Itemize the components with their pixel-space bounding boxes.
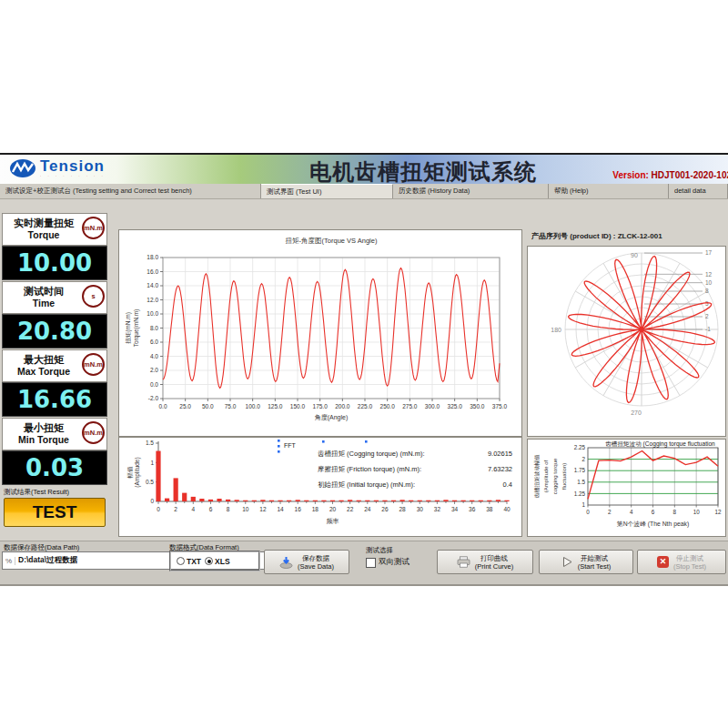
svg-text:扭矩-角度图(Torque VS Angle): 扭矩-角度图(Torque VS Angle): [286, 237, 378, 245]
svg-text:22: 22: [347, 506, 354, 512]
radio-xls-icon[interactable]: [205, 557, 213, 565]
svg-text:6: 6: [652, 509, 655, 515]
svg-text:17: 17: [705, 249, 713, 256]
cogging-torque-row: 齿槽扭矩 (Cogging torque) (mN.m): 9.02615: [318, 450, 512, 459]
test-result-label: 测试结果(Test Result): [4, 488, 69, 497]
meter-label-zh: 测试时间: [3, 285, 85, 298]
tension-logo-icon: [9, 158, 36, 178]
max-torque-display: 16.66: [2, 382, 107, 417]
torque-angle-chart: -2.00.02.04.06.08.010.012.014.016.018.00…: [119, 230, 521, 436]
svg-text:2.0: 2.0: [150, 367, 158, 373]
meter-label-en: Min Torque: [3, 434, 85, 446]
svg-text:12: 12: [705, 271, 713, 278]
radio-txt-icon[interactable]: [177, 557, 185, 565]
tab-detail-data[interactable]: detail data: [669, 184, 728, 198]
svg-text:1: 1: [581, 501, 585, 508]
svg-text:8.0: 8.0: [150, 325, 158, 331]
path-type-icon: %: [3, 557, 15, 565]
svg-text:16.0: 16.0: [147, 268, 158, 275]
test-result-indicator[interactable]: TEST: [4, 498, 106, 527]
svg-text:1.25: 1.25: [574, 490, 586, 497]
svg-text:角度(Angle): 角度(Angle): [315, 414, 349, 421]
svg-text:100.0: 100.0: [246, 403, 261, 410]
radio-xls[interactable]: XLS: [205, 557, 230, 566]
svg-text:4: 4: [630, 509, 633, 515]
svg-text:32: 32: [434, 506, 441, 512]
svg-text:-2.0: -2.0: [148, 395, 159, 401]
stop-icon: ✕: [657, 556, 669, 568]
svg-text:cogging torque: cogging torque: [552, 458, 558, 494]
svg-text:扭矩(mN.m): 扭矩(mN.m): [125, 312, 132, 344]
svg-text:16: 16: [295, 506, 302, 512]
svg-text:50.0: 50.0: [202, 403, 214, 410]
bidirectional-checkbox[interactable]: 双向测试: [366, 557, 410, 568]
header: Tension · · · · · · · · · 电机齿槽扭矩测试系统 Ver…: [0, 155, 728, 184]
svg-text:275.0: 275.0: [402, 403, 418, 410]
svg-text:0.0: 0.0: [150, 381, 158, 388]
version-value: HDJT001-2020-102: [652, 170, 728, 180]
svg-text:25.0: 25.0: [179, 403, 191, 410]
meter-label-zh: 最小扭矩: [3, 421, 85, 434]
svg-text:375.0: 375.0: [492, 403, 508, 410]
svg-text:0.5: 0.5: [146, 479, 154, 485]
svg-text:频率: 频率: [327, 518, 339, 525]
logo-text: Tension: [40, 158, 106, 174]
svg-text:8: 8: [673, 509, 677, 515]
polar-chart-panel: 171210852-190180270: [527, 246, 726, 437]
svg-text:第N个波峰 (The Nth peak): 第N个波峰 (The Nth peak): [617, 521, 689, 528]
initial-torque-row: 初始扭矩 (Initial torque) (mN.m): 0.4: [318, 480, 512, 490]
test-time-display: 20.80: [2, 314, 107, 349]
print-curve-button[interactable]: 打印曲线 (Print Curve): [437, 550, 533, 574]
svg-text:125.0: 125.0: [268, 403, 283, 410]
initial-torque-value: 0.4: [503, 480, 512, 490]
svg-text:38: 38: [486, 506, 493, 512]
screen: Tension · · · · · · · · · 电机齿槽扭矩测试系统 Ver…: [0, 0, 728, 728]
stop-label-en: (Stop Test): [673, 562, 706, 571]
print-label-zh: 打印曲线: [480, 554, 508, 562]
footer-toolbar: 数据保存路径(Data Path) % 数据格式(Data Format) TX…: [0, 541, 728, 586]
svg-text:齿槽扭矩波动幅值: 齿槽扭矩波动幅值: [533, 455, 541, 499]
meter-label-en: Torque: [3, 229, 85, 241]
product-id-label: 产品序列号 (product ID) :: [531, 232, 615, 240]
svg-text:0: 0: [150, 498, 154, 504]
svg-text:-1: -1: [705, 326, 711, 332]
tab-test-setting[interactable]: 测试设定+校正测试台 (Testing setting and Correct …: [0, 184, 261, 198]
stop-test-button[interactable]: ✕ 停止测试 (Stop Test): [637, 550, 726, 574]
svg-text:1.75: 1.75: [574, 467, 586, 473]
svg-text:8: 8: [705, 288, 709, 294]
meter-label-zh: 实时测量扭矩: [3, 217, 85, 229]
unit-badge: s: [82, 285, 105, 308]
svg-text:0: 0: [157, 506, 160, 512]
svg-text:300.0: 300.0: [425, 403, 440, 410]
start-test-button[interactable]: 开始测试 (Start Test): [539, 550, 633, 574]
svg-text:14: 14: [277, 506, 284, 512]
meter-label-en: Time: [3, 298, 85, 309]
svg-text:12: 12: [714, 509, 722, 515]
svg-text:12.0: 12.0: [147, 297, 158, 303]
svg-text:1: 1: [150, 460, 154, 466]
save-data-button[interactable]: 保存数据 (Save Data): [264, 550, 349, 574]
svg-text:2: 2: [174, 506, 177, 512]
svg-text:26: 26: [381, 506, 389, 512]
meter-realtime-torque: 实时测量扭矩 Torque mN.m 10.00: [2, 213, 107, 280]
torque-angle-chart-panel: -2.00.02.04.06.08.010.012.014.016.018.00…: [118, 229, 522, 437]
svg-text:0: 0: [586, 509, 590, 515]
print-label-en: (Print Curve): [475, 562, 514, 571]
realtime-torque-display: 10.00: [2, 246, 107, 280]
tab-help[interactable]: 帮助 (Help): [549, 184, 669, 198]
svg-text:6: 6: [209, 506, 213, 512]
test-select-label: 测试选择: [366, 546, 393, 555]
radio-txt[interactable]: TXT: [177, 557, 201, 566]
checkbox-icon[interactable]: [366, 558, 376, 568]
play-icon: [561, 556, 573, 568]
unit-badge: mN.m: [82, 421, 105, 444]
svg-text:10.0: 10.0: [147, 310, 158, 317]
start-label-en: (Start Test): [578, 562, 612, 571]
svg-text:18.0: 18.0: [147, 254, 158, 260]
app-window: Tension · · · · · · · · · 电机齿槽扭矩测试系统 Ver…: [0, 153, 728, 584]
product-id-value: ZLCK-12-001: [618, 232, 662, 240]
friction-torque-row: 摩擦扭矩 (Friction torque) (mN.m): 7.63232: [318, 465, 512, 474]
app-title: 电机齿槽扭矩测试系统: [309, 157, 537, 187]
svg-text:40: 40: [503, 506, 511, 512]
unit-badge: mN.m: [82, 217, 105, 239]
